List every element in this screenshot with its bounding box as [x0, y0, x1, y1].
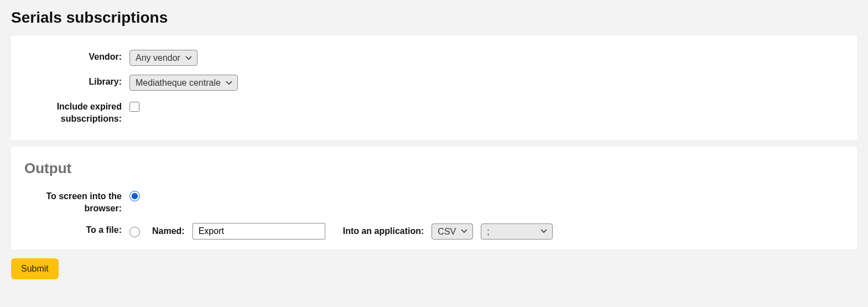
to-file-label: To a file: [24, 222, 129, 236]
into-app-label: Into an application: [343, 226, 424, 236]
vendor-label: Vendor: [24, 49, 129, 63]
include-expired-label: Include expired subscriptions: [24, 98, 129, 124]
vendor-select[interactable]: Any vendor [129, 50, 197, 66]
to-screen-radio[interactable] [129, 191, 140, 201]
library-select[interactable]: Mediatheque centrale [129, 75, 238, 91]
output-panel: Output To screen into the browser: To a … [11, 147, 857, 249]
named-label: Named: [152, 226, 185, 236]
format-select[interactable]: CSV [432, 223, 473, 240]
filters-panel: Vendor: Any vendor Library: Mediatheque … [11, 35, 857, 140]
to-file-radio[interactable] [129, 227, 140, 237]
library-label: Library: [24, 74, 129, 88]
include-expired-checkbox[interactable] [129, 102, 139, 112]
to-screen-label: To screen into the browser: [24, 188, 129, 214]
submit-button[interactable]: Submit [11, 258, 59, 279]
output-heading: Output [24, 160, 844, 177]
separator-select[interactable]: ; [481, 223, 553, 240]
filename-input[interactable] [193, 223, 325, 240]
page-title: Serials subscriptions [11, 9, 857, 27]
